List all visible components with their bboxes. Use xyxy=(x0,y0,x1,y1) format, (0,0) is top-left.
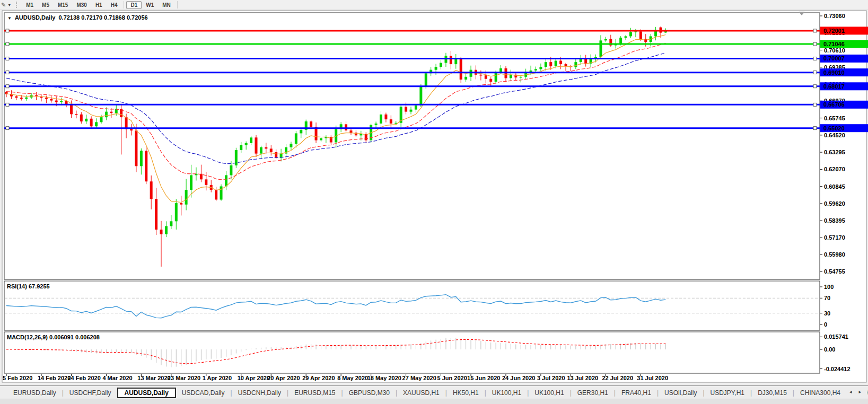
chart-title: ▼AUDUSD,Daily 0.72138 0.72170 0.71868 0.… xyxy=(7,14,148,21)
svg-text:23 Mar 2020: 23 Mar 2020 xyxy=(168,375,200,381)
svg-text:0.71046: 0.71046 xyxy=(823,41,845,47)
svg-text:0.54755: 0.54755 xyxy=(824,268,845,275)
svg-text:5 Jun 2020: 5 Jun 2020 xyxy=(437,375,467,381)
scroll-left-icon[interactable]: ◄ xyxy=(846,390,855,394)
ohlc-values: 0.72138 0.72170 0.71868 0.72056 xyxy=(58,14,147,21)
macd-indicator-label: MACD(12,26,9) 0.006091 0.006208 xyxy=(7,334,100,340)
collapse-indicator-icon[interactable]: ▼ xyxy=(7,16,12,21)
svg-text:27 May 2020: 27 May 2020 xyxy=(402,375,436,381)
tab-china300-h4[interactable]: CHINA300,H4 xyxy=(794,388,846,398)
svg-text:10 Apr 2020: 10 Apr 2020 xyxy=(238,375,270,381)
svg-text:8 May 2020: 8 May 2020 xyxy=(337,375,368,381)
tab-audusd-daily[interactable]: AUDUSD,Daily xyxy=(117,388,176,398)
svg-text:0.59620: 0.59620 xyxy=(824,200,845,207)
tab-eurusd-m15[interactable]: EURUSD,M15 xyxy=(288,388,341,398)
svg-text:31 Jul 2020: 31 Jul 2020 xyxy=(637,375,668,381)
svg-text:0.60845: 0.60845 xyxy=(824,183,845,190)
tab-fra40-h1[interactable]: FRA40,H1 xyxy=(616,388,657,398)
tab-usdcnh-daily[interactable]: USDCNH,Daily xyxy=(232,388,287,398)
tab-uk100-h1[interactable]: UK100,H1 xyxy=(486,388,527,398)
svg-text:14 Feb 2020: 14 Feb 2020 xyxy=(38,375,71,381)
chart-tab-bar: EURUSD,Daily|USDCHF,DailyAUDUSD,DailyUSD… xyxy=(0,385,868,399)
svg-text:30: 30 xyxy=(824,310,830,317)
mt4-window: ✎ ▼ M1M5M15M30H1H4D1W1MN 0.730600.718350… xyxy=(0,0,868,404)
scroll-right-icon[interactable]: ► xyxy=(855,390,865,394)
svg-text:18 May 2020: 18 May 2020 xyxy=(367,375,401,381)
svg-text:0.64520: 0.64520 xyxy=(824,132,845,138)
svg-text:13 Jul 2020: 13 Jul 2020 xyxy=(567,375,598,381)
svg-text:4 Mar 2020: 4 Mar 2020 xyxy=(102,375,132,381)
rsi-indicator-label: RSI(14) 67.9255 xyxy=(7,283,50,289)
status-strip xyxy=(0,399,868,404)
tab-xauusd-h1[interactable]: XAUUSD,H1 xyxy=(397,388,445,398)
svg-text:24 Jun 2020: 24 Jun 2020 xyxy=(502,375,535,381)
tab-gbpusd-m30[interactable]: GBPUSD,M30 xyxy=(343,388,396,398)
tab-scroll-arrows: ◄ ► xyxy=(844,387,867,398)
svg-text:0.73060: 0.73060 xyxy=(824,13,845,19)
svg-text:1 Apr 2020: 1 Apr 2020 xyxy=(203,375,232,381)
svg-text:70: 70 xyxy=(824,295,830,301)
tab-uk100-h1[interactable]: UK100,H1 xyxy=(529,388,569,398)
svg-text:0.55980: 0.55980 xyxy=(824,251,845,258)
svg-text:100: 100 xyxy=(824,284,834,290)
tab-hk50-h1[interactable]: HK50,H1 xyxy=(447,388,485,398)
svg-text:29 Apr 2020: 29 Apr 2020 xyxy=(302,375,335,381)
svg-text:0.62070: 0.62070 xyxy=(824,166,845,172)
svg-text:22 Jul 2020: 22 Jul 2020 xyxy=(602,375,633,381)
tab-dj30-m15[interactable]: DJ30,M15 xyxy=(752,388,793,398)
svg-text:0.57170: 0.57170 xyxy=(824,234,845,241)
tab-ger30-h1[interactable]: GER30,H1 xyxy=(572,388,614,398)
svg-text:0.72001: 0.72001 xyxy=(823,28,845,34)
tab-usdcad-daily[interactable]: USDCAD,Daily xyxy=(176,388,231,398)
tab-eurusd-daily[interactable]: EURUSD,Daily xyxy=(7,388,62,398)
svg-text:13 Mar 2020: 13 Mar 2020 xyxy=(137,375,170,381)
svg-text:5 Feb 2020: 5 Feb 2020 xyxy=(3,375,32,381)
svg-text:0.66706: 0.66706 xyxy=(823,101,845,108)
panel-frames xyxy=(4,13,820,373)
symbol-period-label: AUDUSD,Daily xyxy=(15,14,55,21)
svg-text:3 Jul 2020: 3 Jul 2020 xyxy=(537,375,565,381)
svg-text:15 Jun 2020: 15 Jun 2020 xyxy=(467,375,500,381)
svg-text:0.015741: 0.015741 xyxy=(824,333,848,340)
chart-canvas[interactable]: 0.730600.718350.706100.693850.681600.669… xyxy=(0,0,868,385)
svg-text:0.65020: 0.65020 xyxy=(823,125,845,131)
svg-text:20 Apr 2020: 20 Apr 2020 xyxy=(267,375,300,381)
svg-text:0: 0 xyxy=(824,321,827,328)
svg-text:0.69010: 0.69010 xyxy=(823,69,845,76)
svg-text:0.58395: 0.58395 xyxy=(824,217,845,224)
tab-usoil-daily[interactable]: USOil,Daily xyxy=(659,388,703,398)
svg-text:0.00: 0.00 xyxy=(824,346,835,353)
svg-text:24 Feb 2020: 24 Feb 2020 xyxy=(67,375,100,381)
tab-usdchf-daily[interactable]: USDCHF,Daily xyxy=(64,388,117,398)
svg-text:0.65745: 0.65745 xyxy=(824,115,845,121)
svg-text:0.63295: 0.63295 xyxy=(824,149,845,155)
svg-text:0.68017: 0.68017 xyxy=(823,83,845,90)
svg-text:0.70007: 0.70007 xyxy=(823,55,845,62)
svg-text:-0.024412: -0.024412 xyxy=(824,366,851,372)
tab-usdjpy-h1[interactable]: USDJPY,H1 xyxy=(705,388,750,398)
